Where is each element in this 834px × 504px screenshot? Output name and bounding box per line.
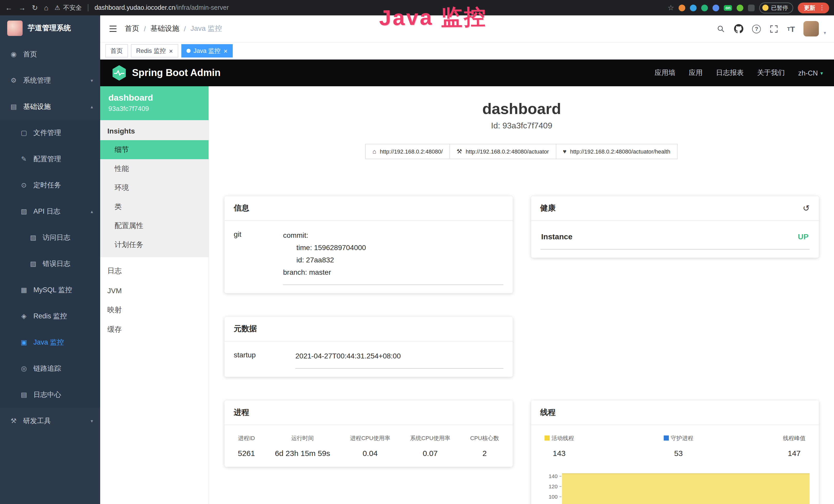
history-icon[interactable]: ↺ (803, 204, 810, 212)
sba-item-logs[interactable]: 日志 (100, 261, 208, 281)
url-bar[interactable]: dashboard.yudao.iocoder.cn/infra/admin-s… (94, 4, 229, 11)
app-logo[interactable]: 芋道管理系统 (0, 16, 100, 41)
security-chip[interactable]: ⚠ 不安全 (54, 3, 82, 12)
search-icon[interactable] (717, 24, 725, 33)
sidebar-item-label: 链路追踪 (34, 364, 61, 373)
info-value: commit: time: 1596289704000 id: 27aa832 … (283, 229, 503, 285)
breadcrumb-current: Java 监控 (191, 24, 222, 33)
sba-brand[interactable]: Spring Boot Admin (111, 65, 221, 81)
health-row[interactable]: Instance UP (540, 229, 810, 250)
sidebar-item-infra[interactable]: ▤ 基础设施 ▴ (0, 93, 100, 120)
font-size-icon[interactable]: TT (787, 24, 795, 33)
sidebar-item-label: 首页 (23, 49, 37, 59)
sidebar-item-file-mgmt[interactable]: ▢ 文件管理 (0, 120, 100, 146)
close-icon[interactable]: × (169, 47, 173, 54)
extension-icon-teal[interactable] (701, 4, 708, 11)
browser-menu-icon[interactable]: ⋮ (819, 4, 825, 11)
fullscreen-icon[interactable] (770, 24, 778, 33)
sidebar-item-config-mgmt[interactable]: ✎ 配置管理 (0, 146, 100, 172)
breadcrumb-item[interactable]: 首页 (125, 24, 139, 33)
sba-item-classes[interactable]: 类 (100, 197, 208, 216)
sidebar-item-java-monitor[interactable]: ▣ Java 监控 (0, 329, 100, 356)
process-col-cores: CPU核心数 2 (470, 434, 499, 458)
update-label: 更新 (804, 4, 815, 12)
sidebar-item-error-log[interactable]: ▨ 错误日志 (0, 251, 100, 277)
github-icon[interactable] (734, 24, 743, 33)
bookmark-star-icon[interactable]: ☆ (667, 4, 674, 12)
extension-icon-grid[interactable] (712, 4, 719, 11)
metadata-key: startup (234, 350, 295, 369)
sidebar-item-home[interactable]: ◉ 首页 (0, 41, 100, 67)
sba-content: dashboard Id: 93a3fc7f7409 ⌂ http://192.… (209, 86, 834, 504)
url-domain: dashboard.yudao.iocoder.cn (94, 4, 175, 11)
sba-item-environment[interactable]: 环境 (100, 178, 208, 197)
sba-item-jvm[interactable]: JVM (100, 281, 208, 300)
sba-item-metrics[interactable]: 性能 (100, 159, 208, 178)
sidebar-item-tracing[interactable]: ◎ 链路追踪 (0, 356, 100, 382)
health-url-link[interactable]: ♥ http://192.168.0.2:48080/actuator/heal… (555, 144, 677, 159)
user-avatar[interactable] (804, 21, 819, 37)
info-line: commit: (283, 229, 503, 241)
chevron-down-icon: ▾ (91, 418, 93, 423)
help-icon[interactable]: ? (752, 24, 761, 33)
sba-nav-applications[interactable]: 应用 (688, 68, 702, 77)
sba-item-mappings[interactable]: 映射 (100, 300, 208, 320)
chevron-down-icon: ▾ (91, 78, 93, 83)
language-label: zh-CN (798, 69, 818, 77)
health-instance-label: Instance (541, 232, 572, 241)
extension-icon-orange[interactable] (679, 4, 685, 11)
java-monitor-icon: ▣ (20, 338, 28, 346)
threads-col-peak: 线程峰值 147 (783, 434, 806, 458)
home-icon[interactable]: ⌂ (44, 4, 48, 11)
timer-icon: ⊙ (20, 181, 28, 189)
update-button[interactable]: 更新 ⋮ (798, 2, 829, 13)
sidebar-item-devtools[interactable]: ⚒ 研发工具 ▾ (0, 408, 100, 434)
forward-icon[interactable]: → (19, 4, 26, 11)
threads-card-title: 线程 (531, 400, 819, 425)
access-log-icon: ▨ (29, 234, 38, 241)
sba-instance-header[interactable]: dashboard 93a3fc7f7409 (100, 86, 208, 120)
heart-icon: ♥ (563, 148, 566, 155)
active-dot (186, 49, 190, 53)
service-url-link[interactable]: ⌂ http://192.168.0.2:48080/ (365, 144, 450, 159)
extension-icon-drop[interactable] (690, 4, 697, 11)
sba-nav-journal[interactable]: 日志报表 (716, 68, 744, 77)
sidebar-item-label: 系统管理 (23, 76, 51, 85)
sba-body: dashboard 93a3fc7f7409 Insights 细节 性能 环境… (100, 86, 834, 504)
back-icon[interactable]: ← (5, 4, 12, 11)
cards-grid: 信息 git commit: time: 1596289704000 id: 2… (224, 196, 819, 504)
reload-icon[interactable]: ↻ (32, 4, 38, 11)
browser-chrome: ← → ↻ ⌂ ⚠ 不安全 dashboard.yudao.iocoder.cn… (0, 0, 834, 16)
sidebar-item-scheduled-jobs[interactable]: ⊙ 定时任务 (0, 172, 100, 198)
info-line: id: 27aa832 (283, 254, 503, 266)
chevron-up-icon: ▴ (91, 104, 93, 109)
process-col-system-cpu: 系统CPU使用率 0.07 (410, 434, 450, 458)
sidebar-item-redis-monitor[interactable]: ◈ Redis 监控 (0, 303, 100, 329)
actuator-url-link[interactable]: ⚒ http://192.168.0.2:48080/actuator (449, 144, 556, 159)
sba-item-details[interactable]: 细节 (100, 140, 208, 159)
sba-language-select[interactable]: zh-CN ▾ (798, 69, 823, 77)
sidebar-item-log-center[interactable]: ▤ 日志中心 (0, 382, 100, 408)
tag-java-monitor[interactable]: Java 监控 × (181, 44, 233, 58)
sba-item-caches[interactable]: 缓存 (100, 320, 208, 339)
extension-icon-leaf[interactable] (737, 4, 743, 11)
sidebar-item-access-log[interactable]: ▨ 访问日志 (0, 224, 100, 251)
extension-icon-puzzle[interactable] (748, 4, 755, 11)
sidebar-item-mysql-monitor[interactable]: ▦ MySQL 监控 (0, 277, 100, 303)
breadcrumb-item[interactable]: 基础设施 (151, 24, 179, 33)
paused-badge[interactable]: 已暂停 (759, 2, 793, 13)
extension-icon-on-badge[interactable]: on (724, 5, 732, 10)
sba-nav-wallboard[interactable]: 应用墙 (655, 68, 675, 77)
hamburger-icon[interactable] (108, 24, 118, 33)
sba-item-configprops[interactable]: 配置属性 (100, 216, 208, 235)
close-icon[interactable]: × (224, 47, 227, 54)
mysql-icon: ▦ (20, 286, 28, 294)
sidebar-item-api-log[interactable]: ▧ API 日志 ▴ (0, 198, 100, 224)
sba-item-scheduledtasks[interactable]: 计划任务 (100, 235, 208, 254)
sba-nav-about[interactable]: 关于我们 (757, 68, 785, 77)
tag-home[interactable]: 首页 (105, 44, 128, 58)
sidebar-item-label: 文件管理 (34, 128, 61, 137)
sidebar-item-label: Java 监控 (34, 338, 64, 347)
sidebar-item-system[interactable]: ⚙ 系统管理 ▾ (0, 67, 100, 93)
tag-redis-monitor[interactable]: Redis 监控 × (131, 44, 178, 58)
